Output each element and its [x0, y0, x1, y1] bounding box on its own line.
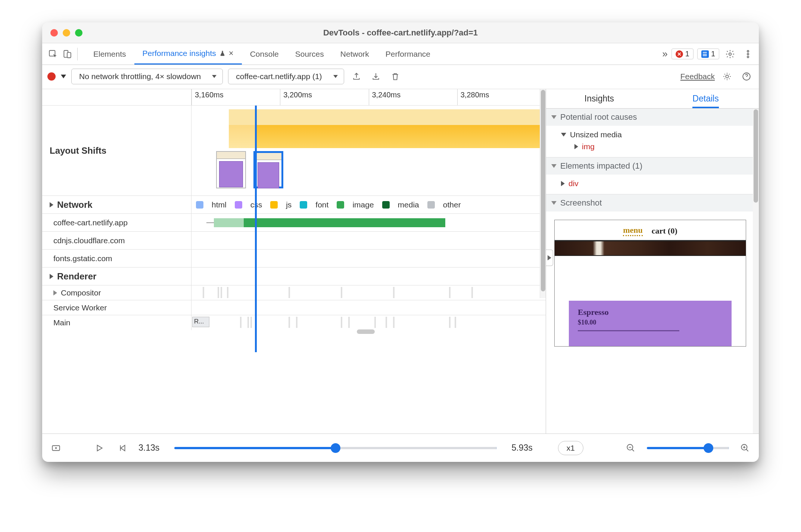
cls-bar	[229, 109, 255, 125]
feedback-link[interactable]: Feedback	[680, 72, 715, 81]
time-slider[interactable]	[174, 447, 496, 449]
main-area: 3,160ms 3,200ms 3,240ms 3,280ms Layout S…	[42, 89, 759, 434]
network-label[interactable]: Network	[42, 196, 191, 213]
playhead[interactable]	[255, 106, 257, 352]
details-scrollbar[interactable]	[753, 109, 759, 434]
host-label[interactable]: cdnjs.cloudflare.com	[42, 232, 191, 249]
layout-shifts-row: Layout Shifts	[42, 106, 546, 196]
settings-icon[interactable]	[723, 47, 737, 61]
zoom-slider-knob[interactable]	[704, 443, 713, 453]
screenshot-preview: menu cart (0) Espresso $10.00	[554, 220, 746, 347]
record-options-dropdown[interactable]	[61, 75, 66, 78]
preview-nav-cart: cart (0)	[652, 226, 677, 236]
section-elements-impacted[interactable]: Elements impacted (1)	[546, 157, 759, 175]
network-host-row: fonts.gstatic.com	[42, 250, 546, 267]
svg-point-6	[747, 56, 749, 57]
gear-icon[interactable]	[720, 69, 734, 84]
preview-product-card: Espresso $10.00	[569, 301, 732, 346]
svg-rect-2	[67, 52, 71, 57]
legend-media-swatch	[382, 201, 390, 209]
time-ruler: 3,160ms 3,200ms 3,240ms 3,280ms	[42, 89, 546, 106]
toggle-preview-icon[interactable]	[49, 441, 63, 455]
host-label[interactable]: coffee-cart.netlify.app	[42, 214, 191, 231]
service-worker-row: Service Worker	[42, 300, 546, 315]
timeline-scrollbar[interactable]	[540, 89, 546, 298]
section-screenshot[interactable]: Screenshot	[546, 194, 759, 212]
collapse-sidebar-button[interactable]	[546, 250, 553, 266]
network-row: Network html css js font image media oth…	[42, 196, 546, 214]
tab-performance-insights[interactable]: Performance insights ×	[134, 43, 242, 65]
cls-region	[229, 125, 255, 148]
request-bar[interactable]	[214, 218, 244, 227]
unsized-media-item[interactable]: Unsized media	[561, 129, 754, 141]
tab-sources[interactable]: Sources	[287, 43, 332, 65]
svg-point-5	[747, 53, 749, 54]
ruler-tick: 3,200ms	[280, 89, 368, 105]
tab-console[interactable]: Console	[242, 43, 287, 65]
close-tab-icon[interactable]: ×	[229, 48, 234, 58]
legend-css-swatch	[235, 201, 242, 209]
layout-shifts-label: Layout Shifts	[42, 106, 191, 195]
preview-nav-menu: menu	[623, 225, 643, 236]
tab-network[interactable]: Network	[332, 43, 377, 65]
section-root-causes[interactable]: Potential root causes	[546, 109, 759, 126]
time-start: 3.13s	[138, 443, 159, 453]
errors-badge[interactable]: ✕1	[671, 48, 694, 59]
play-icon[interactable]	[92, 441, 106, 455]
issues-badge[interactable]: ☰1	[697, 48, 719, 59]
timeline-pane[interactable]: 3,160ms 3,200ms 3,240ms 3,280ms Layout S…	[42, 89, 546, 434]
tab-performance[interactable]: Performance	[377, 43, 439, 65]
compositor-row: Compositor	[42, 285, 546, 300]
device-toolbar-icon[interactable]	[60, 47, 74, 61]
tab-elements[interactable]: Elements	[85, 43, 134, 65]
inspect-element-icon[interactable]	[46, 47, 60, 61]
legend-image-swatch	[337, 201, 344, 209]
kebab-menu-icon[interactable]	[741, 47, 755, 61]
cls-region	[255, 125, 540, 148]
delete-icon[interactable]	[388, 69, 402, 84]
export-icon[interactable]	[349, 69, 364, 84]
help-icon[interactable]	[739, 69, 754, 84]
renderer-row: Renderer	[42, 267, 546, 285]
page-select[interactable]: coffee-cart.netlify.app (1)	[228, 69, 344, 84]
throttling-select[interactable]: No network throttling, 4× slowdown	[71, 69, 223, 84]
tab-details[interactable]: Details	[652, 89, 759, 108]
ruler-tick: 3,280ms	[457, 89, 546, 105]
renderer-label[interactable]: Renderer	[42, 267, 191, 285]
time-end: 5.93s	[512, 443, 533, 453]
main-label[interactable]: Main	[42, 315, 191, 330]
cls-bar	[255, 109, 540, 125]
more-tabs-icon[interactable]: »	[662, 48, 667, 60]
div-element-link[interactable]: div	[561, 178, 754, 190]
compositor-events	[191, 285, 540, 300]
host-label[interactable]: fonts.gstatic.com	[42, 250, 191, 267]
titlebar: DevTools - coffee-cart.netlify.app/?ad=1	[42, 22, 759, 43]
time-slider-knob[interactable]	[331, 443, 340, 453]
zoom-slider[interactable]	[647, 447, 729, 449]
record-button[interactable]	[47, 72, 56, 81]
ruler-tick: 3,160ms	[191, 89, 280, 105]
compositor-label[interactable]: Compositor	[42, 285, 191, 300]
separator	[77, 48, 78, 60]
zoom-in-icon[interactable]	[738, 441, 752, 455]
img-element-link[interactable]: img	[561, 141, 754, 153]
svg-point-10	[55, 447, 57, 448]
insights-toolbar: No network throttling, 4× slowdown coffe…	[42, 65, 759, 89]
tab-insights[interactable]: Insights	[546, 89, 652, 108]
details-tabs: Insights Details	[546, 89, 759, 109]
layout-shift-thumbnail[interactable]	[216, 151, 246, 188]
skip-start-icon[interactable]	[115, 441, 130, 455]
legend-html-swatch	[196, 201, 203, 209]
playback-footer: 3.13s 5.93s x1	[42, 434, 759, 462]
speed-chip[interactable]: x1	[558, 441, 583, 455]
panel-tabs: Elements Performance insights × Console …	[85, 43, 439, 65]
request-bar[interactable]	[244, 218, 445, 227]
details-pane: Insights Details Potential root causes U…	[546, 89, 759, 434]
zoom-out-icon[interactable]	[624, 441, 638, 455]
main-events	[191, 315, 540, 330]
import-icon[interactable]	[369, 69, 383, 84]
service-worker-label[interactable]: Service Worker	[42, 300, 191, 315]
flask-icon	[219, 50, 226, 57]
horizontal-scroll-thumb[interactable]	[357, 329, 375, 334]
layout-shift-thumbnail-selected[interactable]	[253, 151, 283, 188]
